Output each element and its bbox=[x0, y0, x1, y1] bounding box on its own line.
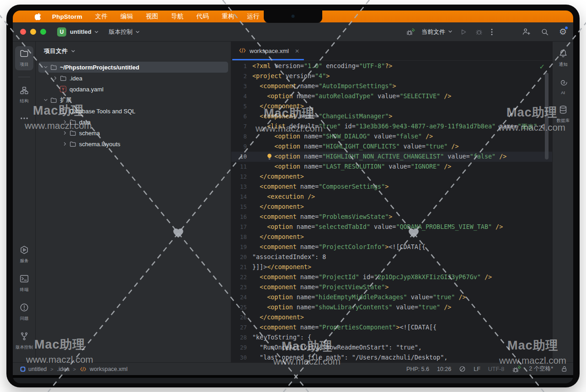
zoom-window-button[interactable] bbox=[40, 29, 46, 35]
tree-item[interactable]: .idea bbox=[38, 73, 228, 84]
qodana-icon[interactable] bbox=[512, 365, 521, 374]
chevron-right-icon[interactable] bbox=[61, 120, 69, 124]
code-line-25[interactable]: 25 <option name="showLibraryContents" va… bbox=[231, 302, 552, 313]
line-number: 12 bbox=[231, 172, 252, 182]
hector-icon[interactable] bbox=[459, 366, 466, 372]
tab-workspace-xml[interactable]: workspace.xml ✕ bbox=[231, 42, 306, 60]
menu-item-3[interactable]: 视图 bbox=[146, 12, 158, 21]
lock-open-icon[interactable] bbox=[561, 366, 568, 372]
caret-position-widget[interactable]: 10:26 bbox=[437, 366, 451, 372]
code-line-18[interactable]: 18 </component> bbox=[231, 232, 552, 242]
code-line-28[interactable]: 28"keyToString": { bbox=[231, 333, 552, 343]
indent-widget[interactable]: 2 个空格* bbox=[529, 365, 553, 373]
tool-button-database[interactable]: 数据库 bbox=[554, 102, 572, 127]
tool-button-notifications[interactable]: 通知 bbox=[554, 46, 572, 70]
code-line-11[interactable]: 11 <option name="LAST_RESOLUTION" value=… bbox=[231, 162, 552, 172]
tree-item[interactable]: schema bbox=[38, 127, 228, 138]
qodana-icon[interactable] bbox=[406, 27, 415, 37]
code-line-13[interactable]: 13 <component name="ComposerSettings"> bbox=[231, 182, 552, 192]
menu-item-5[interactable]: 代码 bbox=[197, 12, 209, 21]
more-actions-icon[interactable] bbox=[491, 28, 493, 36]
line-number: 11 bbox=[231, 162, 252, 172]
code-line-8[interactable]: 8 <option name="SHOW_DIALOG" value="fals… bbox=[231, 132, 552, 142]
tree-item[interactable]: Database Tools and SQL bbox=[38, 106, 228, 117]
chevron-right-icon[interactable] bbox=[52, 76, 59, 80]
tree-item[interactable]: Yqodana.yaml bbox=[38, 84, 228, 95]
tree-item[interactable]: ~/PhpstormProjects/untitled bbox=[38, 62, 228, 73]
menu-item-1[interactable]: 文件 bbox=[95, 12, 107, 21]
project-widget[interactable]: untitled bbox=[70, 28, 99, 35]
code-line-10[interactable]: 10 <option name="HIGHLIGHT_NON_ACTIVE_CH… bbox=[231, 152, 552, 162]
code-line-14[interactable]: 14 <execution /> bbox=[231, 192, 552, 202]
tool-button-terminal[interactable]: 终端 bbox=[15, 271, 33, 296]
tool-button-services[interactable]: 服务 bbox=[15, 243, 33, 267]
code-line-6[interactable]: 6 <component name="ChangeListManager"> bbox=[231, 111, 552, 122]
code-line-23[interactable]: 23 <component name="ProjectViewState"> bbox=[231, 282, 552, 292]
code-line-30[interactable]: 30 "last_opened_file_path": "/Users/macz… bbox=[231, 353, 552, 362]
project-panel-header[interactable]: 项目文件 bbox=[36, 45, 231, 57]
line-number: 17 bbox=[231, 222, 252, 232]
vcs-widget[interactable]: 版本控制 bbox=[109, 28, 140, 36]
chevron-right-icon[interactable] bbox=[61, 142, 69, 146]
code-line-16[interactable]: 16 <component name="ProblemsViewState"> bbox=[231, 212, 552, 222]
editor-scrollbar[interactable] bbox=[545, 73, 549, 159]
menu-item-phpstorm[interactable]: PhpStorm bbox=[52, 13, 82, 20]
code-line-4[interactable]: 4 <option name="autoReloadType" value="S… bbox=[231, 91, 552, 101]
menu-item-7[interactable]: 运行 bbox=[247, 12, 260, 21]
tool-button-project[interactable]: 项目 bbox=[15, 46, 33, 70]
editor-area[interactable]: workspace.xml ✕ ✓ 1<?xml version="1.0" e… bbox=[231, 42, 552, 362]
code-line-17[interactable]: 17 <option name="selectedTabId" value="Q… bbox=[231, 222, 552, 232]
run-configuration-widget[interactable]: 当前文件 bbox=[421, 28, 453, 36]
code-editor[interactable]: 1<?xml version="1.0" encoding="UTF-8"?>2… bbox=[231, 61, 552, 362]
code-line-26[interactable]: 26 </component> bbox=[231, 313, 552, 323]
settings-gear-icon[interactable]: ⚙ bbox=[559, 27, 567, 36]
tool-button-structure[interactable]: 结构 bbox=[15, 84, 33, 107]
code-line-20[interactable]: 20"associatedIndex": 8 bbox=[231, 252, 552, 262]
search-everywhere-icon[interactable] bbox=[541, 28, 549, 36]
code-line-19[interactable]: 19 <component name="ProjectColorInfo"><!… bbox=[231, 242, 552, 252]
code-line-27[interactable]: 27 <component name="PropertiesComponent"… bbox=[231, 323, 552, 333]
close-window-button[interactable] bbox=[20, 29, 26, 35]
code-text: <option name="LAST_RESOLUTION" value="IG… bbox=[252, 162, 552, 172]
minimize-window-button[interactable] bbox=[30, 29, 36, 35]
tool-button-vcs[interactable]: 版本控制 bbox=[14, 329, 35, 353]
code-with-me-icon[interactable] bbox=[522, 27, 531, 36]
code-line-24[interactable]: 24 <option name="hideEmptyMiddlePackages… bbox=[231, 292, 552, 302]
inspection-status-icon[interactable]: ✓ bbox=[539, 63, 545, 71]
code-line-9[interactable]: 9 <option name="HIGHLIGHT_CONFLICTS" val… bbox=[231, 142, 552, 152]
code-line-1[interactable]: 1<?xml version="1.0" encoding="UTF-8"?> bbox=[231, 61, 552, 71]
code-line-5[interactable]: 5 </component> bbox=[231, 101, 552, 111]
code-line-2[interactable]: 2<project version="4"> bbox=[231, 71, 552, 81]
chevron-down-icon[interactable] bbox=[42, 65, 49, 69]
chevron-down-icon[interactable] bbox=[42, 98, 49, 102]
code-line-29[interactable]: 29 "RunOnceActivity.ShowReadmeOnStart": … bbox=[231, 343, 552, 353]
code-line-21[interactable]: 21}]]></component> bbox=[231, 262, 552, 272]
breadcrumb-item[interactable]: .idea bbox=[57, 366, 69, 372]
line-separator-widget[interactable]: LF bbox=[474, 366, 480, 372]
close-tab-icon[interactable]: ✕ bbox=[295, 48, 299, 54]
run-icon[interactable] bbox=[460, 28, 467, 36]
breadcrumb-item[interactable]: workspace.xml bbox=[80, 366, 128, 372]
php-version-widget[interactable]: PHP: 5.6 bbox=[406, 366, 429, 372]
more-icon bbox=[20, 114, 28, 124]
menu-item-6[interactable]: 重构 bbox=[222, 12, 234, 21]
code-line-22[interactable]: 22 <component name="ProjectId" id="2p1Op… bbox=[231, 272, 552, 282]
tool-button-problems[interactable]: 问题 bbox=[15, 300, 33, 324]
code-line-12[interactable]: 12 </component> bbox=[231, 172, 552, 182]
code-line-15[interactable]: 15 </component> bbox=[231, 202, 552, 212]
breadcrumb-item[interactable]: untitled bbox=[20, 366, 47, 372]
debug-icon[interactable] bbox=[475, 28, 483, 36]
tree-item[interactable]: schema.layouts bbox=[38, 138, 228, 149]
menu-item-2[interactable]: 编辑 bbox=[121, 12, 133, 21]
tool-button-ai[interactable]: AI bbox=[554, 75, 572, 98]
tree-item[interactable]: data bbox=[38, 117, 228, 127]
tool-button-more[interactable] bbox=[15, 111, 33, 127]
menu-item-4[interactable]: 导航 bbox=[171, 12, 183, 21]
apple-menu-icon[interactable] bbox=[35, 13, 41, 20]
code-line-7[interactable]: 7 <list default="true" id="13e3b366-9e43… bbox=[231, 122, 552, 132]
encoding-widget[interactable]: UTF-8 bbox=[488, 366, 504, 372]
chevron-right-icon[interactable] bbox=[61, 131, 69, 135]
tree-item[interactable]: 扩展 bbox=[38, 95, 228, 106]
code-text: <option name="SHOW_DIALOG" value="false"… bbox=[252, 132, 552, 142]
code-line-3[interactable]: 3 <component name="AutoImportSettings"> bbox=[231, 81, 552, 91]
